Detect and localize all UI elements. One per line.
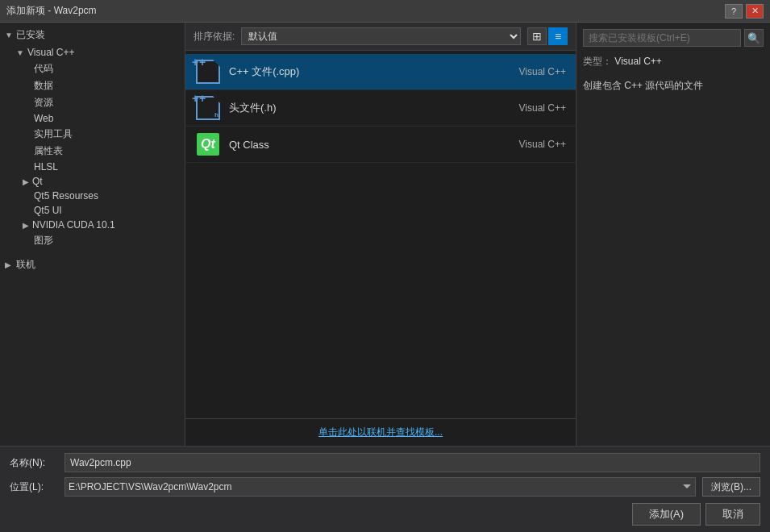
sidebar-item-hlsl[interactable]: HLSL	[0, 160, 185, 174]
bottom-bar: 名称(N): 位置(L): E:\PROJECT\VS\Wav2pcm\Wav2…	[0, 446, 770, 532]
template-list: + + C++ 文件(.cpp) Visual C++ + + h	[185, 51, 576, 418]
sidebar-visual-cpp-label: Visual C++	[27, 47, 74, 58]
sidebar-item-qt5-resources[interactable]: Qt5 Resourses	[0, 189, 185, 203]
chevron-right-icon: ▶	[23, 177, 29, 186]
sidebar-item-nvidia-cuda[interactable]: ▶ NVIDIA CUDA 10.1	[0, 218, 185, 232]
template-name-qt: Qt Class	[229, 139, 519, 151]
sidebar: ▼ 已安装 ▼ Visual C++ 代码 数据 资源 Web 实用工具 属性表…	[0, 23, 185, 446]
template-category-cpp: Visual C++	[519, 66, 566, 77]
search-bar: 🔍	[583, 29, 764, 47]
sidebar-online-section[interactable]: ▶ 联机	[0, 256, 185, 274]
name-row: 名称(N):	[10, 453, 760, 472]
view-buttons: ⊞ ≡	[527, 27, 568, 45]
sidebar-item-qt5-ui[interactable]: Qt5 UI	[0, 203, 185, 218]
cancel-button[interactable]: 取消	[705, 503, 760, 526]
type-label: 类型： Visual C++	[583, 55, 764, 69]
template-name-h: 头文件(.h)	[229, 101, 519, 115]
name-input[interactable]	[65, 453, 760, 472]
qt-class-icon: Qt	[195, 131, 221, 157]
center-footer: 单击此处以联机并查找模板...	[185, 418, 576, 446]
sidebar-item-utilities[interactable]: 实用工具	[0, 126, 185, 143]
info-panel: 🔍 类型： Visual C++ 创建包含 C++ 源代码的文件	[576, 23, 770, 446]
browse-online-link[interactable]: 单击此处以联机并查找模板...	[318, 426, 443, 438]
help-button[interactable]: ?	[725, 4, 743, 19]
chevron-right-icon-2: ▶	[23, 221, 29, 230]
sidebar-online-label: 联机	[16, 258, 35, 272]
window-title: 添加新项 - Wav2pcm	[6, 4, 97, 18]
template-name-cpp: C++ 文件(.cpp)	[229, 64, 519, 79]
grid-view-button[interactable]: ⊞	[527, 27, 547, 45]
location-label: 位置(L):	[10, 480, 58, 494]
sidebar-installed-section[interactable]: ▼ 已安装	[0, 26, 185, 44]
template-item[interactable]: + + h 头文件(.h) Visual C++	[185, 90, 576, 127]
sidebar-visual-cpp-section[interactable]: ▼ Visual C++	[0, 44, 185, 60]
close-button[interactable]: ✕	[746, 4, 764, 19]
template-category-h: Visual C++	[519, 102, 566, 114]
chevron-right-icon-3: ▶	[5, 260, 16, 269]
cpp-file-icon: + +	[195, 59, 221, 85]
sidebar-item-resource[interactable]: 资源	[0, 94, 185, 111]
center-toolbar: 排序依据: 默认值 名称 类型 ⊞ ≡	[185, 23, 576, 51]
list-view-button[interactable]: ≡	[548, 27, 568, 45]
search-button[interactable]: 🔍	[744, 29, 764, 47]
sidebar-installed-label: 已安装	[16, 28, 45, 42]
add-button[interactable]: 添加(A)	[632, 503, 701, 526]
sort-select[interactable]: 默认值 名称 类型	[241, 27, 521, 45]
chevron-down-icon-2: ▼	[16, 48, 27, 57]
dialog-body: ▼ 已安装 ▼ Visual C++ 代码 数据 资源 Web 实用工具 属性表…	[0, 23, 770, 446]
sidebar-item-web[interactable]: Web	[0, 111, 185, 126]
info-description: 创建包含 C++ 源代码的文件	[583, 78, 764, 93]
chevron-down-icon: ▼	[5, 31, 16, 39]
sidebar-item-code[interactable]: 代码	[0, 60, 185, 77]
h-file-icon: + + h	[195, 95, 221, 121]
sort-label: 排序依据:	[194, 30, 235, 44]
template-category-qt: Visual C++	[519, 139, 566, 150]
template-item[interactable]: + + C++ 文件(.cpp) Visual C++	[185, 54, 576, 90]
titlebar: 添加新项 - Wav2pcm ? ✕	[0, 0, 770, 23]
sidebar-item-properties[interactable]: 属性表	[0, 143, 185, 160]
sidebar-item-graphics[interactable]: 图形	[0, 232, 185, 249]
search-input[interactable]	[583, 29, 741, 47]
browse-button[interactable]: 浏览(B)...	[702, 477, 760, 497]
template-item[interactable]: Qt Qt Class Visual C++	[185, 127, 576, 163]
center-panel: 排序依据: 默认值 名称 类型 ⊞ ≡ + +	[185, 23, 576, 446]
action-buttons: 添加(A) 取消	[10, 503, 760, 526]
sidebar-item-data[interactable]: 数据	[0, 77, 185, 94]
location-select[interactable]: E:\PROJECT\VS\Wav2pcm\Wav2pcm	[65, 477, 696, 497]
name-label: 名称(N):	[10, 456, 58, 470]
sidebar-item-qt[interactable]: ▶ Qt	[0, 174, 185, 189]
window-controls: ? ✕	[725, 4, 764, 19]
location-row: 位置(L): E:\PROJECT\VS\Wav2pcm\Wav2pcm 浏览(…	[10, 477, 760, 497]
